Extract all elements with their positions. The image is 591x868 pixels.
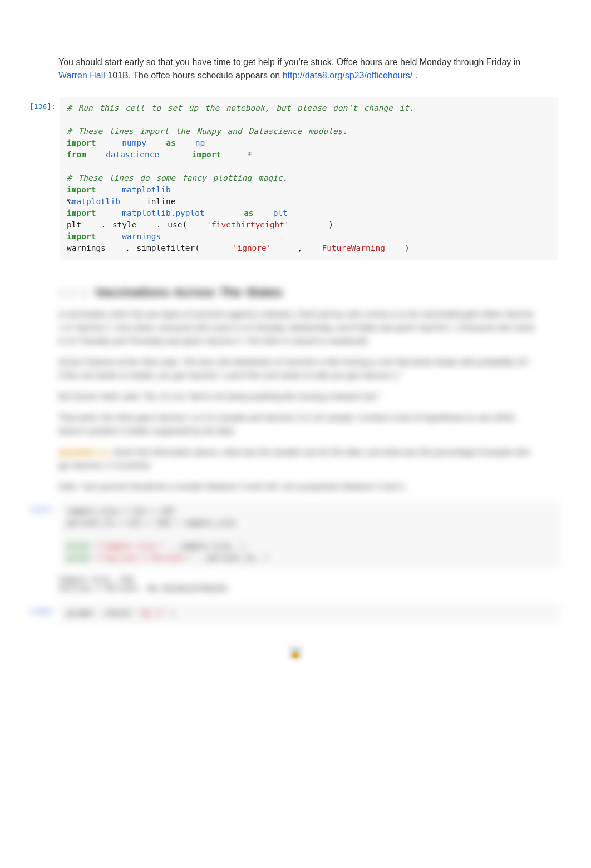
code-line: import warnings (67, 231, 551, 242)
intro-text-1: You should start early so that you have … (58, 57, 520, 67)
code-line: from datascience import * (67, 149, 551, 161)
blurred-paragraph: That week, the clinic gave Vaccine 1 to … (58, 411, 535, 438)
office-hours-link[interactable]: http://data8.org/sp23/officehours/ (283, 71, 413, 80)
blurred-paragraph: But Doctor Hahn said, "No, it's not. We'… (58, 390, 535, 403)
blurred-question: Question 1.1. Given the information abov… (58, 445, 535, 472)
code-line: plt . style . use( 'fivethirtyeight' ) (67, 219, 551, 231)
blurred-paragraph: A vaccination clinic has two types of va… (58, 307, 535, 348)
cell-execution-label: [136]: (28, 97, 60, 260)
cell-execution-label: [137]: (28, 501, 60, 568)
code-line: %matplotlib inline (67, 196, 551, 207)
code-cell-content: sample_size = 211 + 107 percent_V1 = 211… (60, 501, 560, 568)
intro-text-3: . (415, 71, 417, 80)
blurred-preview: 1.1 1. Vaccinations Across The States A … (0, 263, 591, 623)
cell-output: Sample Size: 318 Vaccine 1 Percent: 66.3… (58, 572, 535, 598)
blurred-paragraph: Doctor DeAnza at the clinic said, "Oh wo… (58, 355, 535, 382)
blurred-note: Note: Your percent should be a number be… (58, 480, 535, 493)
code-line: import matplotlib (67, 184, 551, 196)
code-line: import matplotlib.pyplot as plt (67, 207, 551, 219)
lock-icon: 🔒 (288, 646, 303, 660)
code-comment: # These lines import the Numpy and Datas… (67, 126, 551, 137)
blurred-code-cell-3: [138]: grader .check( "q1_1" ) (28, 603, 560, 623)
code-comment: # Run this cell to set up the notebook, … (67, 102, 551, 114)
code-cell-content[interactable]: # Run this cell to set up the notebook, … (60, 97, 558, 260)
intro-paragraph: You should start early so that you have … (0, 56, 591, 93)
code-line: import numpy as np (67, 137, 551, 149)
cell-execution-label: [138]: (28, 603, 60, 623)
code-cell-content: grader .check( "q1_1" ) (60, 603, 560, 623)
blurred-code-cell-2: [137]: sample_size = 211 + 107 percent_V… (28, 501, 560, 568)
warren-hall-link[interactable]: Warren Hall (58, 71, 105, 80)
code-cell-1: [136]: # Run this cell to set up the not… (28, 97, 558, 260)
intro-text-2: 101B. The offce hours schedule appears o… (107, 71, 282, 80)
code-line: warnings . simplefilter( 'ignore' , Futu… (67, 242, 551, 254)
section-heading: 1.1 1. Vaccinations Across The States (58, 285, 535, 300)
code-comment: # These lines do some fancy plotting mag… (67, 172, 551, 184)
